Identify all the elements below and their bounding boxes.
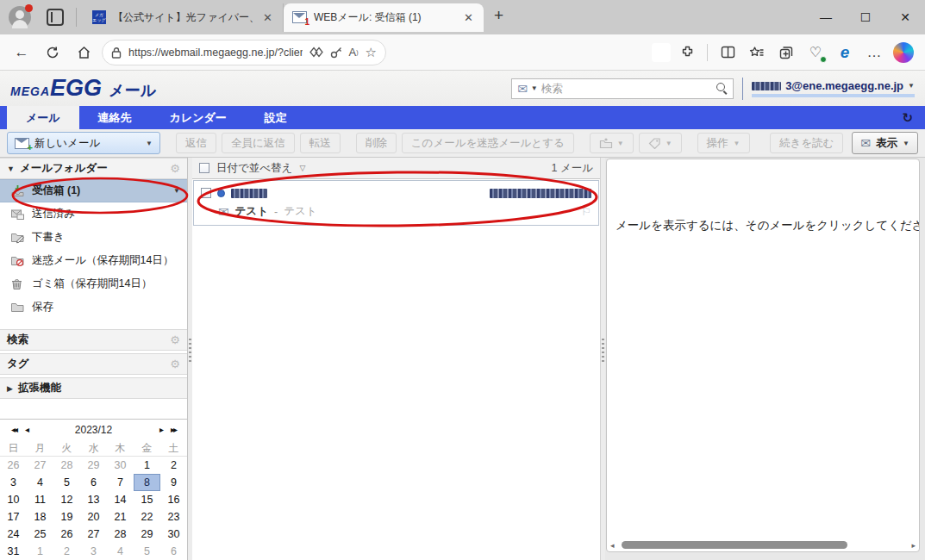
calendar-day[interactable]: 25 xyxy=(27,526,53,543)
calendar-day[interactable]: 31 xyxy=(0,543,27,560)
calendar-day[interactable]: 27 xyxy=(27,457,53,474)
scroll-left-icon[interactable]: ◂ xyxy=(610,541,615,550)
mail-checkbox[interactable] xyxy=(201,188,211,198)
calendar-day[interactable]: 20 xyxy=(80,508,107,526)
favorite-star-icon[interactable]: ☆ xyxy=(366,45,377,60)
tab-close-icon[interactable]: ✕ xyxy=(460,11,477,24)
view-button[interactable]: ✉ 表示 ▼ xyxy=(852,132,918,154)
search-gear-icon[interactable]: ⚙ xyxy=(170,333,180,346)
new-mail-dropdown-icon[interactable]: ▼ xyxy=(146,140,153,147)
calendar-day[interactable]: 18 xyxy=(27,508,53,526)
calendar-next-month-icon[interactable]: ▸ xyxy=(155,425,166,434)
calendar-day[interactable]: 15 xyxy=(134,491,160,508)
folder-sent[interactable]: 送信済み xyxy=(0,202,187,226)
calendar-day[interactable]: 28 xyxy=(107,526,134,543)
scroll-right-icon[interactable]: ▸ xyxy=(911,541,916,550)
folder-drafts[interactable]: 下書き xyxy=(0,226,187,249)
calendar-day[interactable]: 29 xyxy=(134,526,160,543)
calendar-day[interactable]: 5 xyxy=(134,543,160,560)
tags-section-header[interactable]: タグ ⚙ xyxy=(0,353,187,375)
sort-button[interactable]: 日付で並べ替え xyxy=(216,161,292,176)
mail-refresh-button[interactable]: ↻ xyxy=(902,106,913,129)
reply-all-button[interactable]: 全員に返信 xyxy=(222,133,295,153)
tab-close-icon[interactable]: ✕ xyxy=(259,11,276,24)
calendar-day[interactable]: 9 xyxy=(160,474,187,491)
tab-calendar[interactable]: カレンダー xyxy=(151,106,246,129)
calendar-day[interactable]: 4 xyxy=(27,474,53,491)
calendar-next-year-icon[interactable]: ▸▸ xyxy=(166,425,180,434)
folder-spam[interactable]: 迷惑メール（保存期間14日） xyxy=(0,249,187,272)
refresh-button[interactable] xyxy=(40,40,66,65)
calendar-day[interactable]: 23 xyxy=(160,508,187,526)
calendar-day[interactable]: 1 xyxy=(27,543,53,560)
read-aloud-icon[interactable]: A) xyxy=(349,46,359,59)
sort-direction-icon[interactable]: ▽ xyxy=(299,164,305,172)
folder-inbox[interactable]: 受信箱 (1) ▼ xyxy=(0,179,187,202)
home-button[interactable] xyxy=(71,40,97,65)
horizontal-scrollbar[interactable]: ◂ ▸ xyxy=(607,538,919,551)
new-mail-button[interactable]: + 新しいメール ▼ xyxy=(7,132,160,154)
calendar-day[interactable]: 14 xyxy=(107,491,134,508)
calendar-day[interactable]: 2 xyxy=(160,457,187,474)
calendar-day[interactable]: 26 xyxy=(0,457,27,474)
calendar-day[interactable]: 6 xyxy=(160,543,187,560)
calendar-day[interactable]: 16 xyxy=(160,491,187,508)
mail-list-item[interactable]: ✉ テスト - テスト ⚐ xyxy=(193,180,599,226)
calendar-day[interactable]: 26 xyxy=(53,526,80,543)
tab-webmail-inbox[interactable]: 1 WEBメール: 受信箱 (1) ✕ xyxy=(284,3,484,32)
folders-section-header[interactable]: ▼ メールフォルダー ⚙ xyxy=(0,158,187,179)
account-menu[interactable]: 3@ene.megaegg.ne.jp ▼ xyxy=(752,79,915,97)
settings-more-icon[interactable]: … xyxy=(861,40,887,65)
browser-essentials-icon[interactable]: ♡ xyxy=(803,40,828,65)
tab-megaegg-site[interactable]: メガエッグ 【公式サイト】光ファイバー、インターネッ ✕ xyxy=(84,3,284,32)
window-minimize-button[interactable]: — xyxy=(806,0,846,34)
flag-icon[interactable]: ⚐ xyxy=(581,205,591,218)
new-tab-button[interactable]: + xyxy=(494,6,503,28)
select-all-checkbox[interactable] xyxy=(199,163,209,173)
calendar-day[interactable]: 30 xyxy=(107,457,134,474)
calendar-day[interactable]: 5 xyxy=(53,474,80,491)
scrollbar-thumb[interactable] xyxy=(622,541,848,549)
read-more-button[interactable]: 続きを読む xyxy=(770,133,843,153)
profile-avatar[interactable] xyxy=(9,6,31,28)
calendar-day[interactable]: 8 xyxy=(134,474,160,491)
tags-gear-icon[interactable]: ⚙ xyxy=(170,358,180,370)
favorites-bar-icon[interactable] xyxy=(744,40,770,65)
folder-archive[interactable]: 保存 xyxy=(0,296,187,319)
split-screen-icon[interactable] xyxy=(715,40,741,65)
calendar-day[interactable]: 7 xyxy=(107,474,134,491)
copilot-icon[interactable] xyxy=(891,40,916,65)
calendar-day[interactable]: 29 xyxy=(80,457,107,474)
tab-settings[interactable]: 設定 xyxy=(246,106,306,129)
calendar-day[interactable]: 27 xyxy=(80,526,107,543)
calendar-day[interactable]: 4 xyxy=(107,543,134,560)
tab-actions-menu-icon[interactable] xyxy=(47,9,64,26)
delete-button[interactable]: 削除 xyxy=(356,133,397,153)
search-section-header[interactable]: 検索 ⚙ xyxy=(0,329,187,351)
calendar-day[interactable]: 17 xyxy=(0,508,27,526)
forward-button[interactable]: 転送 xyxy=(300,133,341,153)
move-to-folder-button[interactable]: ▼ xyxy=(590,133,634,153)
calendar-day[interactable]: 6 xyxy=(80,474,107,491)
window-close-button[interactable]: ✕ xyxy=(885,0,925,34)
calendar-day[interactable]: 28 xyxy=(53,457,80,474)
calendar-day[interactable]: 21 xyxy=(107,508,134,526)
calendar-day[interactable]: 19 xyxy=(53,508,80,526)
calendar-day[interactable]: 30 xyxy=(160,526,187,543)
mail-search-box[interactable]: ✉ ▼ xyxy=(511,78,734,99)
list-pane-splitter[interactable] xyxy=(601,158,605,560)
calendar-day[interactable]: 3 xyxy=(0,474,27,491)
folder-trash[interactable]: ゴミ箱（保存期間14日） xyxy=(0,272,187,296)
calendar-day[interactable]: 3 xyxy=(80,543,107,560)
scrollbar-track[interactable] xyxy=(618,541,909,549)
extensions-puzzle-icon[interactable] xyxy=(674,40,700,65)
back-button[interactable]: ← xyxy=(9,40,34,65)
calendar-day[interactable]: 2 xyxy=(53,543,80,560)
diamonds-icon[interactable] xyxy=(309,47,323,58)
calendar-day[interactable]: 11 xyxy=(27,491,53,508)
collapse-triangle-icon[interactable]: ▼ xyxy=(7,165,15,173)
calendar-prev-month-icon[interactable]: ◂ xyxy=(21,425,32,434)
expand-triangle-icon[interactable]: ▶ xyxy=(7,384,13,393)
calendar-day[interactable]: 13 xyxy=(80,491,107,508)
folder-dropdown-icon[interactable]: ▼ xyxy=(173,187,180,195)
